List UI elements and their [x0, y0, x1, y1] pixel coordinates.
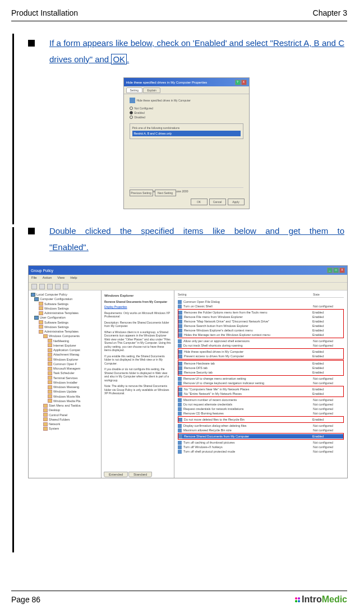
setting-row[interactable]: Remove UI to change keyboard navigation …	[178, 381, 344, 385]
radio-not-configured[interactable]: Not Configured	[130, 107, 243, 110]
close-icon[interactable]: X	[241, 80, 247, 85]
tree-item[interactable]: Common Open F	[31, 362, 99, 366]
tree-item[interactable]: Windows Installer	[31, 380, 99, 385]
radio-disabled[interactable]: Disabled	[130, 116, 243, 119]
menu-action[interactable]: Action	[43, 276, 52, 281]
properties-icon[interactable]	[63, 284, 68, 289]
setting-row[interactable]: No "Entire Network" in My Network Places…	[178, 391, 343, 396]
tree-item[interactable]: Administrative Templates	[31, 311, 99, 315]
menu-file[interactable]: File	[31, 276, 37, 281]
tree-item[interactable]: System	[31, 426, 99, 431]
tree-item[interactable]: Shared Folders	[31, 417, 99, 422]
setting-row[interactable]: Request credentials for network installa…	[178, 407, 344, 411]
tree-item[interactable]: Network	[31, 422, 99, 426]
tree-item[interactable]: Internet Explorer	[31, 343, 99, 348]
explain-heading: Remove Shared Documents from My Computer	[104, 300, 171, 304]
setting-row[interactable]: Remove Search button from Windows Explor…	[178, 324, 343, 328]
previous-setting-button[interactable]: Previous Setting	[130, 190, 153, 196]
setting-row[interactable]: Maximum allowed Recycle Bin sizeNot conf…	[178, 428, 344, 432]
setting-row[interactable]: Allow only per user or approved shell ex…	[178, 339, 344, 343]
tree-item[interactable]: Control Panel	[31, 413, 99, 417]
tree-item[interactable]: User Configuration	[31, 315, 99, 320]
tree-item[interactable]: Task Scheduler	[31, 371, 99, 375]
cancel-button[interactable]: Cancel	[209, 199, 226, 205]
setting-row[interactable]: Remove File menu from Windows ExplorerEn…	[178, 315, 343, 319]
tree-item[interactable]: Microsoft Managem	[31, 366, 99, 371]
menu-help[interactable]: Help	[70, 276, 77, 281]
display-properties-link[interactable]: Display Properties	[104, 305, 171, 309]
setting-row[interactable]: Prevent access to drives from My Compute…	[178, 354, 343, 358]
tree-item[interactable]: Local Computer Policy	[31, 292, 99, 297]
next-setting-button[interactable]: Next Setting	[155, 190, 176, 196]
setting-row[interactable]: Remove Hardware tabEnabled	[178, 361, 343, 366]
tab-explain[interactable]: Explain	[143, 87, 160, 93]
setting-row[interactable]: Turn off Windows+X hotkeysNot configured	[178, 445, 344, 449]
setting-icon	[178, 377, 182, 381]
minimize-icon[interactable]: _	[327, 268, 333, 273]
tab-setting[interactable]: Setting	[126, 87, 143, 93]
close-icon[interactable]: X	[339, 268, 345, 273]
tree-item[interactable]: Software Settings	[31, 302, 99, 306]
tree-item[interactable]: Terminal Services	[31, 376, 99, 380]
setting-row[interactable]: Removes the Folder Options menu item fro…	[178, 310, 343, 315]
tab-standard[interactable]: Standard	[128, 472, 152, 477]
tree-item[interactable]: NetMeeting	[31, 339, 99, 343]
setting-row[interactable]: Common Open File Dialog	[178, 299, 344, 304]
setting-row[interactable]: Turn off shell protocol protected modeNo…	[178, 449, 344, 454]
tree-pane[interactable]: Local Computer PolicyComputer Configurat…	[29, 291, 102, 478]
tree-item[interactable]: Application Compat	[31, 348, 99, 352]
help-icon[interactable]: ?	[235, 80, 241, 85]
settings-list-pane[interactable]: Setting State Common Open File DialogTur…	[174, 291, 347, 478]
tree-item[interactable]: Windows Movie Ma	[31, 394, 99, 399]
tree-item[interactable]: Windows Components	[31, 334, 99, 338]
setting-row[interactable]: Do not request alternate credentialsNot …	[178, 402, 344, 407]
setting-icon	[178, 324, 182, 328]
revision-bar	[12, 227, 14, 552]
apply-button[interactable]: Apply	[228, 199, 245, 205]
setting-row[interactable]: Hide these specified drives in My Comput…	[178, 349, 343, 354]
maximize-icon[interactable]: □	[333, 268, 339, 273]
setting-row[interactable]: Remove CD Burning featuresNot configured	[178, 411, 344, 416]
setting-row[interactable]: Maximum number of recent documentsNot co…	[178, 398, 344, 402]
tree-item[interactable]: Start Menu and Taskba	[31, 403, 99, 408]
up-icon[interactable]	[47, 284, 53, 289]
setting-row[interactable]: Turn off caching of thumbnail picturesNo…	[178, 440, 344, 445]
tree-item[interactable]: Attachment Manag	[31, 352, 99, 357]
tree-item[interactable]: Windows Media Pla	[31, 399, 99, 403]
back-icon[interactable]	[31, 284, 37, 289]
tree-item[interactable]: Windows Messeng	[31, 385, 99, 389]
radio-enabled[interactable]: Enabled	[130, 111, 243, 114]
tree-item[interactable]: Windows Settings	[31, 325, 99, 329]
dropdown-selected[interactable]: Restrict A, B and C drives only	[132, 131, 241, 136]
refresh-icon[interactable]	[55, 284, 61, 289]
setting-row[interactable]: Remove Security tabEnabled	[178, 370, 343, 375]
header-right: Chapter 3	[313, 8, 347, 17]
tree-item[interactable]: Desktop	[31, 408, 99, 412]
setting-row[interactable]: Do not move deleted files to the Recycle…	[178, 417, 343, 422]
setting-row[interactable]: Turn on Classic ShellNot configured	[178, 304, 344, 308]
setting-icon	[178, 362, 182, 366]
folder-icon	[48, 362, 52, 366]
setting-row[interactable]: Hides the Manage item on the Windows Exp…	[178, 333, 343, 337]
tab-extended[interactable]: Extended	[104, 472, 128, 477]
tree-item[interactable]: Windows Settings	[31, 306, 99, 311]
forward-icon[interactable]	[39, 284, 45, 289]
tree-item[interactable]: Software Settings	[31, 320, 99, 325]
setting-row[interactable]: Remove Windows Explorer's default contex…	[178, 328, 343, 333]
setting-row[interactable]: Remove DFS tabEnabled	[178, 366, 343, 370]
setting-row[interactable]: No "Computers Near Me" in My Network Pla…	[178, 387, 343, 391]
setting-row[interactable]: Remove "Map Network Drive" and "Disconne…	[178, 319, 343, 324]
setting-row[interactable]: Display confirmation dialog when deletin…	[178, 423, 344, 428]
setting-row[interactable]: Do not track Shell shortcuts during roam…	[178, 343, 344, 348]
explain-para: Note: The ability to remove the Shared D…	[104, 384, 171, 395]
setting-row[interactable]: Remove UI to change menu animation setti…	[178, 376, 344, 381]
setting-row[interactable]: Remove Shared Documents from My Computer…	[178, 434, 343, 439]
tree-item[interactable]: Windows Explorer	[31, 357, 99, 362]
ok-button[interactable]: OK	[191, 199, 208, 205]
tree-item[interactable]: Computer Configuration	[31, 297, 99, 301]
setting-icon	[178, 407, 182, 411]
tree-item[interactable]: Windows Update	[31, 389, 99, 394]
folder-icon	[48, 343, 52, 347]
menu-view[interactable]: View	[57, 276, 64, 281]
tree-item[interactable]: Administrative Templates	[31, 329, 99, 334]
